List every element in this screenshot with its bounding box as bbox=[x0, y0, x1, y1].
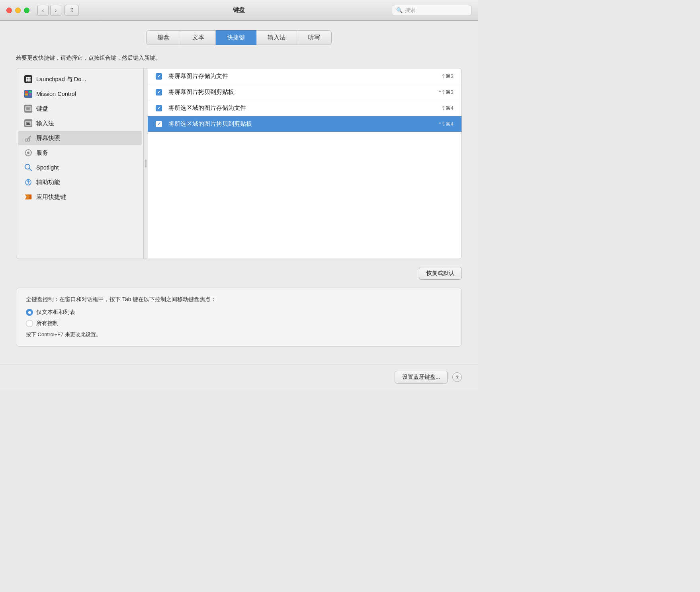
svg-rect-13 bbox=[25, 93, 28, 95]
launchpad-icon bbox=[24, 75, 32, 83]
sidebar-item-input[interactable]: 输入法 bbox=[18, 116, 142, 130]
radio-text-and-list-label: 仅文本框和列表 bbox=[36, 309, 75, 316]
minimize-button[interactable] bbox=[15, 8, 21, 13]
shortcut-name-save-to-file: 将屏幕图片存储为文件 bbox=[168, 72, 435, 80]
sidebar-item-mission-label: Mission Control bbox=[36, 91, 76, 97]
sidebar-item-spotlight-label: Spotlight bbox=[36, 164, 59, 171]
radio-text-and-list[interactable]: 仅文本框和列表 bbox=[26, 309, 452, 316]
help-button[interactable]: ? bbox=[452, 372, 462, 382]
sidebar-item-services[interactable]: 服务 bbox=[18, 146, 142, 160]
svg-point-8 bbox=[27, 80, 29, 82]
radio-all-controls[interactable]: 所有控制 bbox=[26, 320, 452, 327]
search-icon: 🔍 bbox=[396, 7, 403, 13]
sidebar-item-appshortcuts-label: 应用快捷键 bbox=[36, 193, 66, 201]
svg-point-4 bbox=[26, 78, 27, 80]
svg-rect-14 bbox=[29, 93, 31, 95]
mission-icon bbox=[24, 90, 32, 98]
svg-point-44 bbox=[25, 164, 30, 169]
svg-point-6 bbox=[29, 78, 31, 80]
search-placeholder: 搜索 bbox=[405, 7, 415, 14]
sidebar-item-accessibility-label: 辅助功能 bbox=[36, 179, 60, 186]
svg-rect-24 bbox=[29, 108, 30, 109]
screenshot-icon bbox=[24, 134, 32, 142]
sidebar-item-mission[interactable]: Mission Control bbox=[18, 87, 142, 101]
svg-point-3 bbox=[29, 77, 31, 78]
svg-rect-20 bbox=[29, 107, 30, 108]
svg-rect-30 bbox=[28, 122, 29, 123]
maximize-button[interactable] bbox=[24, 8, 29, 13]
svg-point-9 bbox=[29, 80, 31, 82]
tab-text[interactable]: 文本 bbox=[181, 30, 216, 45]
svg-rect-34 bbox=[28, 123, 29, 124]
shortcut-key-copy-to-clipboard: ^⇧⌘3 bbox=[439, 89, 454, 95]
main-content: 键盘 文本 快捷键 输入法 听写 若要更改快捷键，请选择它，点按组合键，然后键入… bbox=[0, 21, 478, 364]
shortcut-checkbox-area-to-file[interactable] bbox=[156, 105, 162, 111]
svg-point-7 bbox=[26, 80, 27, 82]
svg-rect-31 bbox=[29, 122, 30, 123]
back-button[interactable]: ‹ bbox=[37, 5, 49, 16]
sidebar-item-appshortcuts[interactable]: 应用快捷键 bbox=[18, 190, 142, 204]
shortcut-row-area-to-clipboard[interactable]: 将所选区域的图片拷贝到剪贴板 ^⇧⌘4 bbox=[148, 116, 461, 132]
shortcut-row-save-to-file[interactable]: 将屏幕图片存储为文件 ⇧⌘3 bbox=[148, 68, 461, 84]
radio-text-and-list-circle[interactable] bbox=[26, 309, 33, 316]
radio-all-controls-label: 所有控制 bbox=[36, 320, 59, 327]
shortcut-name-area-to-clipboard: 将所选区域的图片拷贝到剪贴板 bbox=[168, 120, 432, 128]
sidebar-item-keyboard[interactable]: 键盘 bbox=[18, 101, 142, 116]
bottom-bar: 设置蓝牙键盘... ? bbox=[0, 364, 478, 390]
sidebar-item-screenshot[interactable]: 屏幕快照 bbox=[18, 131, 142, 145]
svg-rect-36 bbox=[26, 124, 30, 125]
shortcut-row-copy-to-clipboard[interactable]: 将屏幕图片拷贝到剪贴板 ^⇧⌘3 bbox=[148, 84, 461, 100]
svg-rect-21 bbox=[26, 108, 27, 109]
sidebar-item-keyboard-label: 键盘 bbox=[36, 105, 48, 113]
radio-all-controls-circle[interactable] bbox=[26, 320, 33, 327]
svg-rect-12 bbox=[29, 91, 31, 93]
svg-rect-28 bbox=[26, 122, 27, 123]
window-title: 键盘 bbox=[233, 6, 245, 14]
svg-rect-17 bbox=[26, 107, 27, 108]
svg-point-2 bbox=[27, 77, 29, 78]
grid-button[interactable]: ⠿ bbox=[65, 5, 79, 16]
svg-rect-25 bbox=[26, 109, 30, 110]
svg-rect-32 bbox=[26, 123, 27, 124]
svg-rect-29 bbox=[27, 122, 28, 123]
shortcut-checkbox-copy-to-clipboard[interactable] bbox=[156, 89, 162, 95]
svg-rect-23 bbox=[28, 108, 29, 109]
shortcut-key-save-to-file: ⇧⌘3 bbox=[441, 73, 454, 79]
shortcut-checkbox-save-to-file[interactable] bbox=[156, 73, 162, 80]
sidebar-item-accessibility[interactable]: 辅助功能 bbox=[18, 175, 142, 189]
svg-point-5 bbox=[27, 78, 29, 80]
keyboard-control-section: 全键盘控制：在窗口和对话框中，按下 Tab 键在以下控制之间移动键盘焦点： 仅文… bbox=[16, 288, 462, 347]
description: 若要更改快捷键，请选择它，点按组合键，然后键入新键。 bbox=[16, 55, 462, 62]
svg-rect-33 bbox=[27, 123, 28, 124]
accessibility-icon bbox=[24, 178, 32, 186]
tab-shortcuts[interactable]: 快捷键 bbox=[216, 30, 256, 45]
sidebar-item-launchpad[interactable]: Launchpad 与 Do... bbox=[18, 72, 142, 86]
input-icon bbox=[24, 119, 32, 127]
svg-point-1 bbox=[26, 77, 27, 78]
panel-divider[interactable] bbox=[144, 68, 148, 259]
shortcut-checkbox-area-to-clipboard[interactable] bbox=[156, 121, 162, 127]
restore-row: 恢复成默认 bbox=[16, 267, 462, 280]
svg-rect-22 bbox=[27, 108, 28, 109]
sidebar-item-spotlight[interactable]: Spotlight bbox=[18, 160, 142, 175]
svg-rect-19 bbox=[28, 107, 29, 108]
forward-button[interactable]: › bbox=[50, 5, 61, 16]
shortcut-key-area-to-file: ⇧⌘4 bbox=[441, 105, 454, 111]
traffic-lights bbox=[6, 8, 29, 13]
close-button[interactable] bbox=[6, 8, 12, 13]
tab-keyboard[interactable]: 键盘 bbox=[146, 30, 181, 45]
nav-buttons: ‹ › bbox=[37, 5, 61, 16]
shortcut-name-copy-to-clipboard: 将屏幕图片拷贝到剪贴板 bbox=[168, 88, 432, 96]
svg-line-45 bbox=[29, 169, 31, 171]
shortcut-key-area-to-clipboard: ^⇧⌘4 bbox=[439, 121, 454, 127]
tabs: 键盘 文本 快捷键 输入法 听写 bbox=[16, 30, 462, 45]
svg-rect-11 bbox=[25, 91, 28, 93]
tab-dictation[interactable]: 听写 bbox=[297, 30, 332, 45]
shortcut-row-area-to-file[interactable]: 将所选区域的图片存储为文件 ⇧⌘4 bbox=[148, 100, 461, 116]
tab-input[interactable]: 输入法 bbox=[256, 30, 297, 45]
keyboard-icon bbox=[24, 105, 32, 113]
search-box[interactable]: 🔍 搜索 bbox=[392, 5, 471, 16]
bluetooth-keyboard-button[interactable]: 设置蓝牙键盘... bbox=[395, 371, 448, 384]
restore-defaults-button[interactable]: 恢复成默认 bbox=[419, 267, 462, 280]
svg-rect-18 bbox=[27, 107, 28, 108]
